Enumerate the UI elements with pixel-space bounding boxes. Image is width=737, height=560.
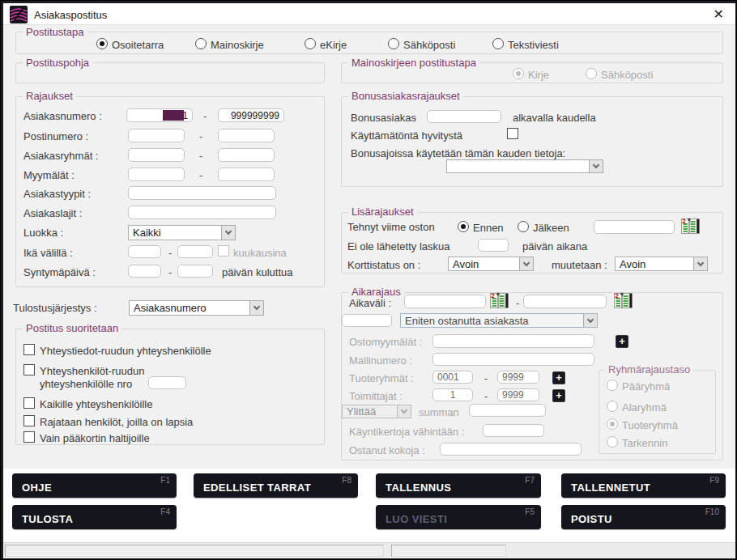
poistu-fkey: F10 bbox=[705, 507, 719, 516]
yhteystiedot-checkbox[interactable] bbox=[23, 344, 35, 355]
poistu-button[interactable]: F10 POISTU bbox=[561, 505, 726, 529]
mallinumero-field[interactable] bbox=[432, 353, 594, 366]
chevron-down-icon[interactable] bbox=[583, 314, 597, 327]
calendar-icon[interactable]: 2 bbox=[614, 292, 633, 312]
yhteyshenkilot-label[interactable]: Yhteyshenkilöt-ruudun bbox=[40, 365, 144, 377]
ostomyymalat-field[interactable] bbox=[432, 334, 594, 348]
radio-osoitetarra-label[interactable]: Osoitetarra bbox=[112, 39, 164, 51]
tallennetut-button[interactable]: F9 TALLENNETUT bbox=[561, 473, 726, 498]
range-dash: - bbox=[168, 266, 172, 278]
rajataan-label[interactable]: Rajataan henkilöt, joilla on lapsia bbox=[40, 416, 193, 428]
radio-ennen[interactable] bbox=[458, 221, 469, 232]
chevron-down-icon[interactable] bbox=[693, 257, 707, 270]
chevron-down-icon[interactable] bbox=[589, 160, 603, 172]
radio-mainoskirje[interactable] bbox=[195, 38, 207, 49]
aikavali-to-field[interactable] bbox=[523, 295, 607, 308]
edelliset-tarrat-button[interactable]: F8 EDELLISET TARRAT bbox=[194, 473, 358, 498]
bonusasiakas-field[interactable] bbox=[427, 110, 501, 123]
kayttamatonta-label[interactable]: Käyttämätöntä hyvitystä bbox=[351, 129, 462, 142]
kaikille-label[interactable]: Kaikille yhteyshenkilöille bbox=[40, 398, 152, 410]
luokka-select[interactable]: Kaikki bbox=[128, 225, 236, 240]
chevron-down-icon[interactable] bbox=[397, 405, 411, 418]
asiakasryhmat-from-field[interactable] bbox=[128, 148, 185, 162]
korttistatus-select[interactable]: Avoin bbox=[448, 257, 534, 271]
radio-tuoteryhma[interactable] bbox=[607, 418, 618, 430]
kuukausina-checkbox[interactable] bbox=[218, 245, 229, 257]
radio-mainoskirje-label[interactable]: Mainoskirje bbox=[211, 39, 264, 51]
radio-ekirje-label[interactable]: eKirje bbox=[320, 39, 347, 51]
postinumero-from-field[interactable] bbox=[128, 129, 185, 142]
syntymapaiva-from-field[interactable] bbox=[128, 265, 161, 278]
luo-viesti-button[interactable]: F5 LUO VIESTI bbox=[376, 505, 541, 529]
add-tuoteryhmat-button[interactable]: + bbox=[552, 371, 565, 384]
summan-field[interactable] bbox=[469, 404, 546, 417]
ika-from-field[interactable] bbox=[128, 245, 161, 258]
radio-kirje[interactable] bbox=[513, 68, 524, 79]
myymalat-to-field[interactable] bbox=[218, 168, 275, 181]
add-ostomyymalat-button[interactable]: + bbox=[616, 335, 628, 348]
radio-mainos-sahkoposti-label[interactable]: Sähköposti bbox=[601, 69, 653, 81]
asiakasmaara-field[interactable] bbox=[342, 314, 392, 327]
kausi-select[interactable] bbox=[446, 159, 603, 173]
asiakaslajit-field[interactable] bbox=[128, 206, 276, 219]
calendar-icon[interactable]: 2 bbox=[490, 292, 509, 312]
radio-jalkeen-label[interactable]: Jälkeen bbox=[533, 222, 569, 234]
close-icon[interactable]: ✕ bbox=[714, 6, 724, 23]
radio-paaryhma-label[interactable]: Pääryhmä bbox=[622, 380, 670, 392]
tuoteryhmat-to-field[interactable]: 9999 bbox=[497, 371, 539, 384]
kayttamatonta-checkbox[interactable] bbox=[507, 128, 518, 139]
radio-paaryhma[interactable] bbox=[607, 380, 618, 391]
rajataan-checkbox[interactable] bbox=[23, 415, 35, 426]
tulostusjarjestys-select[interactable]: Asiakasnumero bbox=[129, 300, 264, 316]
radio-tekstiviesti-label[interactable]: Tekstiviesti bbox=[508, 39, 559, 51]
radio-tarkennin-label[interactable]: Tarkennin bbox=[622, 437, 667, 449]
asiakasnumero-from-field[interactable]: 1 bbox=[126, 108, 193, 122]
asiakasryhmat-to-field[interactable] bbox=[218, 148, 275, 162]
ika-to-field[interactable] bbox=[177, 245, 213, 258]
asiakastyypit-field[interactable] bbox=[128, 186, 276, 200]
radio-jalkeen[interactable] bbox=[518, 221, 529, 232]
radio-alaryhma[interactable] bbox=[607, 401, 618, 412]
radio-kirje-label[interactable]: Kirje bbox=[528, 69, 549, 81]
radio-tuoteryhma-label[interactable]: Tuoteryhmä bbox=[622, 419, 678, 431]
yhteyshenkilot-checkbox[interactable] bbox=[23, 364, 35, 375]
radio-tarkennin[interactable] bbox=[607, 436, 618, 448]
muutetaan-select[interactable]: Avoin bbox=[615, 257, 708, 271]
syntymapaiva-to-field[interactable] bbox=[177, 265, 213, 278]
radio-sahkoposti[interactable] bbox=[388, 38, 399, 49]
kuukausina-label[interactable]: kuukausina bbox=[233, 247, 287, 259]
calendar-icon[interactable]: 2 bbox=[681, 218, 700, 238]
radio-mainos-sahkoposti[interactable] bbox=[586, 68, 597, 79]
aikavali-from-field[interactable] bbox=[404, 295, 486, 308]
tuoteryhmat-from-field[interactable]: 0001 bbox=[432, 371, 473, 384]
radio-osoitetarra[interactable] bbox=[96, 38, 108, 49]
ylittaa-select[interactable]: Ylittää bbox=[342, 405, 411, 418]
paakortti-label[interactable]: Vain pääkortin haltijoille bbox=[40, 432, 150, 444]
radio-sahkoposti-label[interactable]: Sähköposti bbox=[403, 39, 455, 51]
chevron-down-icon[interactable] bbox=[519, 257, 533, 270]
radio-ennen-label[interactable]: Ennen bbox=[473, 222, 504, 234]
tulosta-button[interactable]: F4 TULOSTA bbox=[12, 505, 177, 529]
radio-alaryhma-label[interactable]: Alaryhmä bbox=[622, 401, 667, 414]
ostanut-kokoja-field[interactable] bbox=[440, 443, 582, 456]
toimittajat-from-field[interactable]: 1 bbox=[432, 388, 473, 401]
paakortti-checkbox[interactable] bbox=[23, 431, 35, 443]
postinumero-to-field[interactable] bbox=[218, 129, 275, 142]
laskua-paivat-field[interactable] bbox=[478, 239, 509, 252]
radio-tekstiviesti[interactable] bbox=[492, 38, 504, 49]
viime-osto-pvm-field[interactable] bbox=[594, 220, 675, 234]
add-toimittajat-button[interactable]: + bbox=[552, 389, 565, 402]
kaikille-checkbox[interactable] bbox=[23, 397, 35, 409]
tallennus-button[interactable]: F7 TALLENNUS bbox=[376, 473, 541, 498]
toimittajat-to-field[interactable]: 9999 bbox=[497, 388, 539, 401]
yhteystiedot-label[interactable]: Yhteystiedot-ruudun yhteyshenkilölle bbox=[40, 345, 211, 357]
myymalat-from-field[interactable] bbox=[128, 168, 185, 181]
aikarajaus-mode-select[interactable]: Eniten ostanutta asiakasta bbox=[400, 313, 598, 328]
radio-ekirje[interactable] bbox=[305, 38, 316, 49]
ohje-button[interactable]: F1 OHJE bbox=[12, 473, 177, 498]
yhteyshenkilolle-nro-field[interactable] bbox=[148, 376, 186, 389]
asiakasnumero-to-field[interactable]: 999999999 bbox=[218, 108, 284, 122]
chevron-down-icon[interactable] bbox=[221, 226, 235, 240]
chevron-down-icon[interactable] bbox=[249, 301, 263, 315]
kayntikertoja-field[interactable] bbox=[483, 424, 544, 437]
